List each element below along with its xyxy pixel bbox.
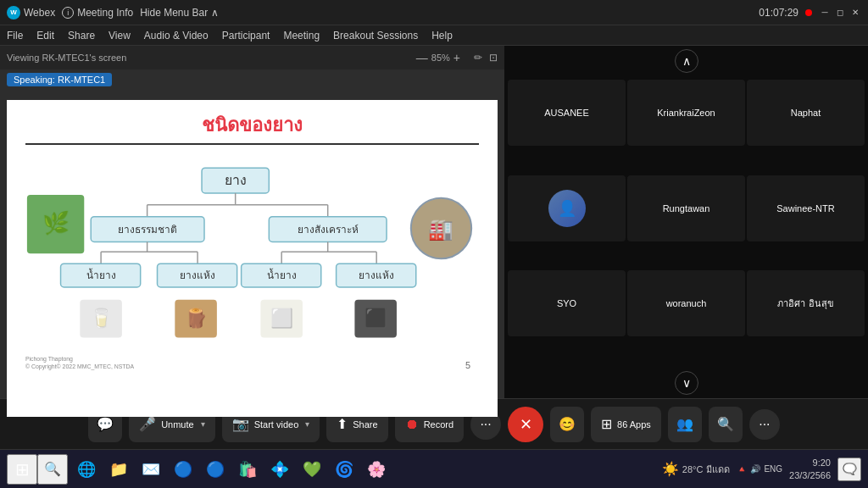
- apps-button[interactable]: ⊞ 86 Apps: [591, 407, 661, 442]
- share-label: Share: [353, 419, 377, 430]
- svg-text:🌿: 🌿: [42, 210, 70, 236]
- taskbar-app-webex[interactable]: 🌀: [329, 454, 359, 485]
- slide-divider: [25, 143, 479, 145]
- record-label: Record: [424, 419, 453, 430]
- apps-count-label: 86 Apps: [617, 419, 651, 430]
- taskbar-app-teams[interactable]: 💠: [264, 454, 295, 485]
- content-area: Viewing RK-MTEC1's screen — 85% + ✏ ⊡ Sp…: [0, 46, 868, 398]
- taskbar-app-chrome[interactable]: 🔵: [200, 454, 231, 485]
- menu-participant[interactable]: Participant: [222, 30, 270, 42]
- search-button[interactable]: 🔍: [709, 407, 743, 442]
- taskbar-apps: 🌐 📁 ✉️ 🔵 🔵 🛍️ 💠 💚 🌀 🌸: [71, 454, 392, 485]
- participant-tile-syo: SYO: [508, 270, 626, 336]
- svg-text:ยางแห้ง: ยางแห้ง: [180, 269, 215, 281]
- mic-icon: 🎤: [139, 416, 156, 432]
- menu-file[interactable]: File: [7, 30, 23, 42]
- info-icon: i: [62, 7, 74, 19]
- system-tray-icons: 🔺 🔊 ENG: [737, 464, 782, 474]
- zoom-level: 85%: [431, 53, 450, 63]
- taskbar-app-flower[interactable]: 🌸: [361, 454, 392, 485]
- time-date-display: 9:20 23/3/2566: [789, 457, 831, 481]
- participant-name: woranuch: [666, 298, 707, 308]
- minimize-button[interactable]: ─: [819, 7, 831, 19]
- reactions-button[interactable]: 😊: [550, 407, 584, 442]
- presentation-panel: Viewing RK-MTEC1's screen — 85% + ✏ ⊡ Sp…: [0, 46, 504, 398]
- taskbar-app-edge2[interactable]: 🔵: [168, 454, 198, 485]
- app-name: Webex: [24, 7, 55, 19]
- viewing-label: Viewing RK-MTEC1's screen: [7, 53, 126, 63]
- participant-tile-naphat: Naphat: [747, 80, 865, 146]
- close-button[interactable]: ✕: [849, 7, 861, 19]
- fullscreen-button[interactable]: ⊡: [489, 52, 498, 64]
- window-controls: ─ ◻ ✕: [819, 7, 861, 19]
- extra-options-button[interactable]: ···: [749, 409, 780, 440]
- meeting-info-button[interactable]: i Meeting Info: [62, 7, 133, 19]
- taskbar-app-explorer[interactable]: 📁: [103, 454, 134, 485]
- title-bar-right: 01:07:29 ─ ◻ ✕: [759, 7, 861, 19]
- menu-edit[interactable]: Edit: [36, 30, 54, 42]
- zoom-in-button[interactable]: +: [453, 51, 460, 64]
- menu-meeting[interactable]: Meeting: [283, 30, 320, 42]
- annotation-button[interactable]: ✏: [474, 52, 482, 64]
- windows-taskbar: ⊞ 🔍 🌐 📁 ✉️ 🔵 🔵 🛍️ 💠 💚 🌀 🌸 ☀️ 28°C มีแดด …: [0, 449, 868, 488]
- scroll-down-indicator: ∨: [504, 368, 868, 398]
- svg-text:⬜: ⬜: [270, 308, 294, 330]
- slide-content: ชนิดของยาง 🌿 🏭 ยาง: [7, 100, 498, 417]
- scroll-down-button[interactable]: ∨: [675, 371, 698, 395]
- taskbar-app-mail[interactable]: ✉️: [136, 454, 166, 485]
- end-call-button[interactable]: ✕: [508, 407, 543, 442]
- participant-name: Naphat: [791, 108, 821, 118]
- participant-tile-ausanee: AUSANEE: [508, 80, 626, 146]
- extra-dots-icon: ···: [759, 417, 770, 432]
- svg-text:ยาง: ยาง: [225, 173, 247, 187]
- taskbar-app-store[interactable]: 🛍️: [232, 454, 263, 485]
- menu-share[interactable]: Share: [68, 30, 95, 42]
- participant-tile-woranuch: woranuch: [627, 270, 745, 336]
- title-bar-left: W Webex i Meeting Info Hide Menu Bar ∧: [7, 6, 219, 19]
- avatar-person-icon: 👤: [548, 190, 586, 227]
- svg-text:🪵: 🪵: [185, 308, 209, 330]
- weather-icon: ☀️: [662, 461, 679, 477]
- participants-button[interactable]: 👥: [668, 407, 702, 442]
- taskbar-app-edge[interactable]: 🌐: [71, 454, 102, 485]
- scroll-up-button[interactable]: ∧: [675, 49, 698, 73]
- participant-tile-sawinee: Sawinee-NTR: [747, 175, 865, 241]
- start-video-label: Start video: [254, 419, 299, 430]
- menu-help[interactable]: Help: [431, 30, 453, 42]
- participants-panel: ∧ AUSANEE KriankraiZeon Naphat 👤 Rungtaw…: [504, 46, 868, 398]
- presentation-header: Viewing RK-MTEC1's screen — 85% + ✏ ⊡: [0, 46, 504, 69]
- svg-text:5: 5: [465, 360, 470, 370]
- taskbar-app-line[interactable]: 💚: [297, 454, 327, 485]
- language-indicator: ENG: [764, 464, 782, 474]
- hide-menu-label: Hide Menu Bar: [140, 7, 208, 19]
- menu-audio-video[interactable]: Audio & Video: [144, 30, 209, 42]
- more-dots-icon: ···: [480, 417, 491, 432]
- webex-icon: W: [7, 6, 20, 19]
- hide-menu-button[interactable]: Hide Menu Bar ∧: [140, 7, 218, 19]
- notification-button[interactable]: 🗨️: [837, 458, 861, 481]
- title-bar: W Webex i Meeting Info Hide Menu Bar ∧ 0…: [0, 0, 868, 25]
- menu-breakout[interactable]: Breakout Sessions: [333, 30, 418, 42]
- weather-info: ☀️ 28°C มีแดด: [662, 461, 731, 477]
- chevron-up-icon: ∧: [211, 7, 219, 19]
- unmute-chevron-icon: ▾: [201, 419, 205, 429]
- svg-text:ยางแห้ง: ยางแห้ง: [359, 269, 394, 281]
- taskbar-search-button[interactable]: 🔍: [37, 454, 68, 485]
- participant-name: KriankraiZeon: [657, 108, 715, 118]
- menu-view[interactable]: View: [108, 30, 131, 42]
- zoom-out-button[interactable]: —: [416, 51, 428, 64]
- video-icon: 📷: [232, 416, 249, 432]
- end-call-icon: ✕: [520, 415, 532, 434]
- restore-button[interactable]: ◻: [834, 7, 846, 19]
- participant-name: SYO: [557, 298, 576, 308]
- recording-indicator: [805, 9, 812, 16]
- participants-icon: 👥: [676, 416, 693, 432]
- apps-icon: ⊞: [601, 416, 612, 432]
- participant-name: Sawinee-NTR: [776, 203, 834, 214]
- participant-tile-kriankrai: KriankraiZeon: [627, 80, 745, 146]
- speaking-badge: Speaking: RK-MTEC1: [7, 73, 112, 86]
- svg-text:© Copyright© 2022 MMC_MTEC, NS: © Copyright© 2022 MMC_MTEC, NSTDA: [25, 363, 135, 370]
- svg-text:น้ำยาง: น้ำยาง: [86, 268, 116, 281]
- volume-icon: 🔊: [750, 464, 760, 474]
- start-menu-button[interactable]: ⊞: [7, 454, 37, 485]
